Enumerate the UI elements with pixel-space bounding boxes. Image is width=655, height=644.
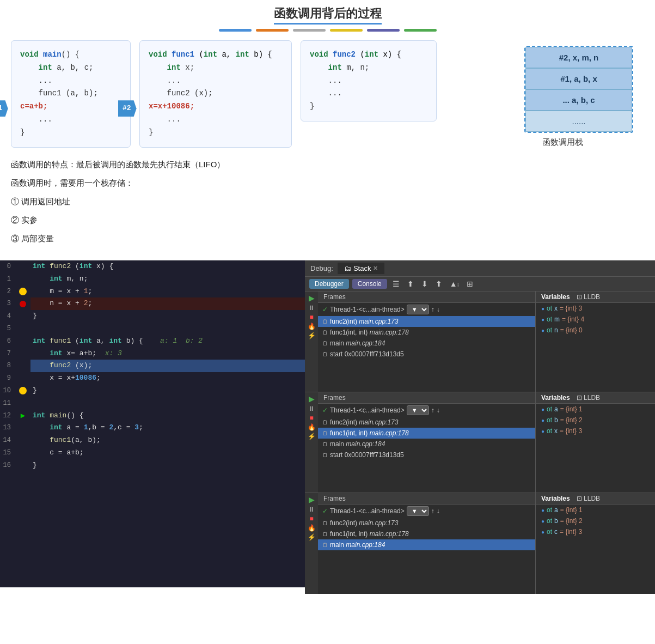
var-dot: ● (541, 507, 544, 513)
check-icon: ✓ (322, 306, 328, 313)
thread-select-1[interactable]: ▼ (407, 305, 429, 314)
run-to-cursor-icon[interactable]: ▲ᵢ (448, 278, 461, 289)
down-icon[interactable]: ↓ (437, 306, 440, 313)
lightning-button-3[interactable]: ⚡ (308, 533, 316, 541)
code-line: int a, b, c; (20, 62, 121, 75)
lightning-button-1[interactable]: ⚡ (308, 332, 316, 339)
file-icon: 🗒 (322, 542, 328, 548)
file-icon: 🗒 (322, 520, 328, 526)
lightning-button-2[interactable]: ⚡ (308, 433, 316, 440)
frame-main-2[interactable]: 🗒 main main.cpp:184 (318, 439, 535, 449)
editor-line-11: 11 (0, 397, 305, 410)
play-button-1[interactable]: ▶ (309, 294, 315, 302)
up-icon[interactable]: ↑ (431, 306, 434, 313)
close-icon[interactable]: ✕ (373, 265, 378, 272)
pause-button-3[interactable]: ⏸ (308, 506, 315, 513)
frames-header-2: Frames (318, 392, 535, 404)
editor-line-13: 13 int a = 1,b = 2,c = 3; (0, 422, 305, 434)
frame-start-1[interactable]: 🗒 start 0x00007fff713d13d5 (318, 349, 535, 360)
editor-line-6: 6 int func1 (int a, int b) { a: 1 b: 2 (0, 335, 305, 348)
down-icon[interactable]: ↓ (437, 406, 440, 414)
vars-tab-lldb[interactable]: ⊡ LLDB (577, 495, 600, 502)
sidebar-strip-3: ▶ ⏸ ■ 🔥 ⚡ (305, 493, 318, 594)
step-out-icon[interactable]: ⬆ (433, 278, 444, 289)
editor-line-10: 10 } (0, 385, 305, 397)
arrow-badge-2: #2 (118, 100, 137, 117)
frame-thread-3[interactable]: ✓ Thread-1-<c...ain-thread> ▼ ↑ ↓ (318, 505, 535, 518)
code-line: int m, n; (310, 62, 427, 75)
vars-tab-lldb[interactable]: ⊡ LLDB (577, 394, 600, 402)
vars-tab-variables[interactable]: Variables (541, 293, 570, 301)
arrow-badge-1: #1 (0, 100, 8, 117)
debug-header: Debug: 🗂 Stack ✕ (305, 260, 655, 277)
description-section: 函数调用的特点：最后被调用的函数最先执行结束（LIFO） 函数调用时，需要用一个… (11, 156, 644, 247)
stack-diagram: func2: #2, x, m, n func1: #1, a, b, x ma… (481, 40, 644, 148)
up-icon[interactable]: ↑ (431, 507, 434, 515)
evaluate-icon[interactable]: ⊞ (464, 278, 475, 289)
var-dot: ● (541, 417, 544, 423)
code-footer-main: } (20, 126, 121, 139)
stop-button-3[interactable]: ■ (309, 515, 313, 523)
file-icon: 🗒 (322, 531, 328, 537)
warning-icon-2 (15, 285, 30, 298)
editor-line-5: 5 (0, 323, 305, 335)
fire-button-1[interactable]: 🔥 (308, 323, 316, 330)
step-over-icon[interactable]: ⬆ (405, 278, 416, 289)
code-line: ... (310, 87, 427, 100)
stop-button-1[interactable]: ■ (309, 313, 313, 321)
frames-header-3: Frames (318, 493, 535, 505)
var-dot: ● (541, 306, 544, 312)
pause-button-2[interactable]: ⏸ (308, 405, 315, 412)
file-icon: 🗒 (322, 330, 328, 336)
vars-header-1: Variables ⊡ LLDB (536, 291, 655, 303)
frame-func1-1[interactable]: 🗒 func1(int, int) main.cpp:178 (318, 327, 535, 338)
editor-line-14: 14 func1(a, b); (0, 434, 305, 447)
desc-line2: 函数调用时，需要用一个栈存储： (11, 175, 644, 191)
frame-func2-2[interactable]: 🗒 func2(int) main.cpp:173 (318, 417, 535, 428)
debug-tab-stack[interactable]: 🗂 Stack ✕ (338, 263, 385, 274)
color-bar-5 (367, 29, 400, 32)
frame-func1-2[interactable]: 🗒 func1(int, int) main.cpp:178 (318, 428, 535, 439)
var-dot: ● (541, 406, 544, 412)
frame-main-3[interactable]: 🗒 main main.cpp:184 (318, 539, 535, 550)
thread-select-2[interactable]: ▼ (407, 405, 429, 415)
frames-panel-1: Frames ✓ Thread-1-<c...ain-thread> ▼ ↑ ↓… (318, 291, 535, 392)
frame-func2-3[interactable]: 🗒 func2(int) main.cpp:173 (318, 518, 535, 528)
step-into-icon[interactable]: ⬇ (419, 278, 430, 289)
frame-start-2[interactable]: 🗒 start 0x00007fff713d13d5 (318, 449, 535, 460)
var-b-2: ● ot b = {int} 2 (536, 415, 655, 426)
console-button[interactable]: Console (352, 279, 387, 289)
down-icon[interactable]: ↓ (437, 507, 440, 515)
desc-item3: ③ 局部变量 (11, 230, 644, 247)
code-footer-func2: } (310, 100, 427, 113)
vars-tab-variables[interactable]: Variables (541, 394, 570, 402)
stack-row-main: main: ... a, b, c (525, 89, 632, 111)
debugger-button[interactable]: Debugger (309, 279, 349, 289)
frame-thread-2[interactable]: ✓ Thread-1-<c...ain-thread> ▼ ↑ ↓ (318, 404, 535, 417)
code-editor[interactable]: 0 int func2 (int x) { 1 int m, n; 2 m = … (0, 260, 305, 587)
stack-row-empty: ...... (525, 111, 632, 132)
thread-select-3[interactable]: ▼ (407, 506, 429, 516)
fire-button-3[interactable]: 🔥 (308, 524, 316, 532)
menu-icon[interactable]: ☰ (390, 278, 402, 289)
frame-main-1[interactable]: 🗒 main main.cpp:184 (318, 338, 535, 349)
vars-tab-lldb[interactable]: ⊡ LLDB (577, 293, 600, 301)
code-line: int x; (149, 62, 283, 75)
pause-button-1[interactable]: ⏸ (308, 304, 315, 312)
code-line: func2 (x); (149, 87, 283, 100)
play-button-2[interactable]: ▶ (309, 394, 315, 403)
file-icon: 🗒 (322, 452, 328, 458)
var-x-1: ● ot x = {int} 3 (536, 303, 655, 314)
check-icon: ✓ (322, 406, 328, 414)
fire-button-2[interactable]: 🔥 (308, 423, 316, 431)
play-button-3[interactable]: ▶ (309, 495, 315, 504)
arrow-indicator-12: ▶ (15, 410, 30, 422)
frame-func2-1[interactable]: 🗒 func2(int) main.cpp:173 (318, 316, 535, 327)
up-icon[interactable]: ↑ (431, 406, 434, 414)
code-header-func2: void func2 (int x) { (310, 48, 427, 62)
stop-button-2[interactable]: ■ (309, 414, 313, 422)
vars-tab-variables[interactable]: Variables (541, 495, 570, 502)
frame-func1-3[interactable]: 🗒 func1(int, int) main.cpp:178 (318, 528, 535, 539)
code-line: func1 (a, b); (20, 87, 121, 100)
frame-thread-1[interactable]: ✓ Thread-1-<c...ain-thread> ▼ ↑ ↓ (318, 303, 535, 316)
